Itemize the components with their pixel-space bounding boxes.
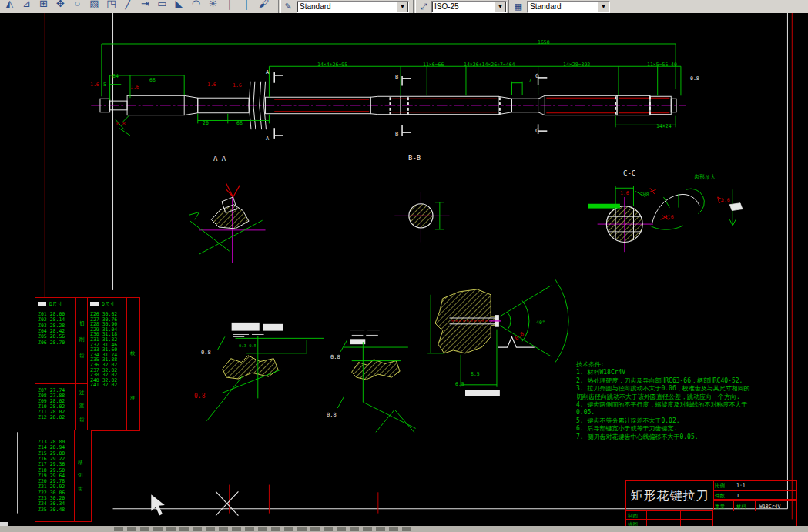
section-title-cc: C-C xyxy=(623,169,635,177)
section-letter-c-top: C xyxy=(535,73,538,79)
roughness-detail-2: 1.6 xyxy=(721,197,730,203)
dim-5: 5 xyxy=(103,82,106,88)
dim-style-dropdown-arrow[interactable]: ▼ xyxy=(495,2,506,12)
tech-note-line: 3. 拉刀外圆与径向跳动不大于0.06，校准齿及与其尺寸相同的 xyxy=(576,385,807,393)
trim-icon[interactable]: ╱ xyxy=(122,0,135,12)
tech-note-line: 6. 后导部键宽小于或等于刀齿键宽. xyxy=(576,425,807,433)
table-row: Z12 28.02 xyxy=(38,414,65,420)
toolbar-separator xyxy=(278,0,281,13)
tooth-group-label: 渡 xyxy=(79,403,85,410)
dim-seg-3: 14×26+14×26+7=464 xyxy=(464,62,515,68)
fillet-icon[interactable]: ◠ xyxy=(189,0,203,12)
dim-seg-6: 40 xyxy=(671,62,677,68)
taskbar-segments xyxy=(114,527,411,531)
stretch-icon[interactable]: ◳ xyxy=(105,0,118,12)
text-style-icon[interactable]: ✎ xyxy=(282,0,294,12)
detail2-roughness-top: 0.8 xyxy=(330,354,340,360)
scale-label: 比例 xyxy=(715,483,725,490)
section-letter-b-bottom: B xyxy=(395,131,398,137)
tech-note-line: 技术条件: xyxy=(576,361,807,369)
paint-icon[interactable]: 🖌 xyxy=(257,0,270,12)
tooth-table-upper-right: D尺寸Z26 30.62Z27 30.76Z28 30.90Z29 31.04Z… xyxy=(87,297,140,431)
move-icon[interactable]: ✥ xyxy=(54,0,67,12)
weight-label: 重量 xyxy=(715,504,725,510)
header-chip xyxy=(38,302,46,306)
table-row: Z06 28.70 xyxy=(38,340,65,346)
offset-icon[interactable]: ⊿ xyxy=(20,0,33,12)
extend-icon[interactable]: ⇥ xyxy=(139,0,152,12)
text-style-dropdown-arrow[interactable]: ▼ xyxy=(397,2,408,12)
detail1-roughness-top: 0.8 xyxy=(201,350,211,356)
rotate-icon[interactable]: ○ xyxy=(71,0,84,12)
text-style-value: Standard xyxy=(300,2,331,11)
tooth-group-label: 切 xyxy=(78,472,83,479)
explode-icon[interactable]: ✳ xyxy=(206,0,220,12)
detail1-dim: 0.3~0.5 xyxy=(239,343,256,348)
detail1-roughness-red: 0.8 xyxy=(194,393,205,400)
toolbar-separator xyxy=(413,0,416,13)
detail3-angle: 40° xyxy=(536,320,545,326)
dim-style-icon[interactable]: ⤢ xyxy=(417,0,430,12)
material-label: 材料 xyxy=(736,504,746,510)
dim-seg-1: 14×4+26=95 xyxy=(317,62,347,68)
tooth-group-label: 准 xyxy=(130,395,136,402)
dim-84: 84 xyxy=(112,73,119,79)
tech-note-line: 切削齿径向跳动不大于该外圆直径公差，跳动应向一个方向. xyxy=(576,393,807,401)
section-letter-a-bottom: A xyxy=(266,136,269,142)
bottom-taskbar-sliver[interactable] xyxy=(0,526,808,532)
tooth-group-label: 校 xyxy=(130,350,136,357)
dim-14x24: 14×24 xyxy=(656,123,672,129)
tooth-group-label: 齿 xyxy=(79,353,85,360)
section-view-bb xyxy=(394,192,449,242)
dim-style-combo[interactable]: ISO-25 ▼ xyxy=(431,1,507,13)
section-view-aa xyxy=(189,183,265,263)
tooth-group-label: 精 xyxy=(78,460,83,467)
scale-value: 1:1 xyxy=(736,483,746,489)
detail-view-tooth-section-enlarged xyxy=(427,279,568,396)
roughness-16-2: 1.6 xyxy=(130,84,139,90)
drawing-canvas[interactable]: 165014×4+26=9511×6=6614×26+14×26+7=46414… xyxy=(0,13,808,532)
detail3-dim-65: 6.5 xyxy=(455,381,464,387)
table-style-icon[interactable]: ▦ xyxy=(512,0,525,12)
dim-seg-5: 11×5=55 xyxy=(647,62,668,68)
header-chip xyxy=(90,302,99,306)
tech-note-line: 5. 键齿不等分累计误差不大于0.02. xyxy=(576,417,807,425)
tech-note-line: 4. 键齿两侧面的不平行度，螺旋度及对轴线的不对称度不大于 xyxy=(576,401,807,409)
dim-seg-2: 11×6=66 xyxy=(423,62,444,68)
dim-7h8: 7H8 xyxy=(640,192,649,198)
array-icon[interactable]: ⊞ xyxy=(37,0,50,12)
dim-20: 20 xyxy=(203,120,209,126)
section-letter-c-bottom: C xyxy=(535,128,538,134)
chamfer-icon[interactable]: ◣ xyxy=(173,0,186,12)
section-letter-a-top: A xyxy=(266,69,269,75)
diameter-column-header: D尺寸 xyxy=(102,301,115,308)
table-style-value: Standard xyxy=(530,2,562,11)
mirror-icon[interactable]: ◭ xyxy=(3,0,16,12)
dim-seg-4: 14×28=392 xyxy=(563,62,590,68)
roughness-16-3: 1.6 xyxy=(207,82,216,88)
qty-label: 件数 xyxy=(715,493,725,500)
qty-value: 1 xyxy=(736,493,739,499)
section-title-aa: A-A xyxy=(213,155,226,162)
break-icon[interactable]: ▭ xyxy=(156,0,169,12)
table-style-dropdown-arrow[interactable]: ▼ xyxy=(598,2,609,12)
tooth-table-lower-left: Z13 28.80Z14 28.94Z15 29.08Z16 29.22Z17 … xyxy=(35,430,92,522)
tooth-group-label: 齿 xyxy=(79,417,85,423)
dim-68a: 68 xyxy=(149,77,156,83)
divider-1-icon[interactable]: │ xyxy=(223,0,236,12)
divider-2-icon[interactable]: │ xyxy=(240,0,253,12)
text-style-combo[interactable]: Standard ▼ xyxy=(297,1,409,13)
diameter-column-header: D尺寸 xyxy=(49,301,62,308)
table-row: Z25 30.48 xyxy=(38,507,65,513)
section-letter-b-top: B xyxy=(395,74,398,80)
scale-icon[interactable]: ▧ xyxy=(88,0,101,12)
table-style-combo[interactable]: Standard ▼ xyxy=(527,1,610,13)
detail-title: 齿形放大 xyxy=(694,173,716,181)
detail2-roughness-bottom: 0.8 xyxy=(327,412,337,418)
dim-style-value: ISO-25 xyxy=(434,2,459,11)
toolbar: ◭⊿⊞✥○▧◳╱⇥▭◣◠✳││🖌 ✎ Standard ▼ ⤢ ISO-25 ▼… xyxy=(0,0,808,14)
cad-application-window: ◭⊿⊞✥○▧◳╱⇥▭◣◠✳││🖌 ✎ Standard ▼ ⤢ ISO-25 ▼… xyxy=(0,0,808,532)
dim-7: 7 xyxy=(528,78,531,84)
detail-view-tooth-enlarged xyxy=(649,188,704,229)
crosshair-x-marker xyxy=(216,491,238,515)
